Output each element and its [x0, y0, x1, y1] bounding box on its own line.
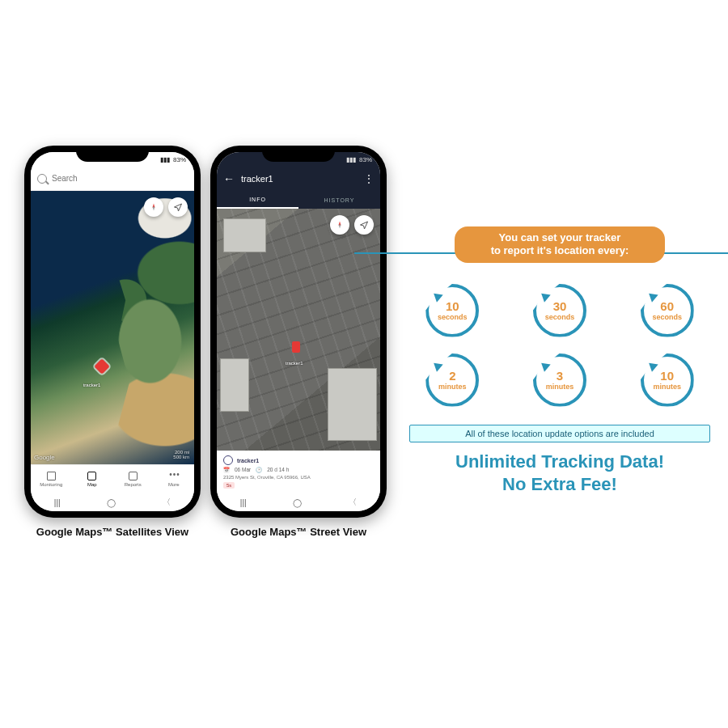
reports-icon [129, 472, 138, 480]
android-nav: ||| ◯ 〈 [31, 493, 194, 511]
tracker-name: tracker1 [237, 458, 259, 463]
interval-30s: 30seconds [533, 284, 586, 337]
vehicle-marker[interactable] [292, 341, 300, 353]
tracker-info-card: tracker1 📅06 Mar 🕑20 d 14 h 2325 Myers S… [217, 451, 380, 493]
phone-satellite-view: ▮▮▮ 83% [24, 146, 201, 538]
more-icon [169, 472, 178, 480]
recents-button[interactable]: ||| [54, 498, 61, 507]
back-arrow-icon[interactable]: ← [223, 172, 235, 185]
interval-info-panel: You can set your tracker to report it's … [387, 226, 728, 497]
nav-more[interactable]: More [154, 465, 195, 493]
map-attribution: Google [34, 454, 55, 461]
home-button[interactable]: ◯ [107, 498, 116, 507]
interval-banner: You can set your tracker to report it's … [455, 226, 665, 263]
locate-button[interactable] [354, 215, 374, 235]
aerial-map[interactable]: tracker1 [217, 209, 380, 451]
battery-text: 83% [359, 156, 372, 163]
locate-button[interactable] [168, 197, 188, 217]
interval-10m: 10minutes [641, 353, 694, 407]
clock-icon: 🕑 [256, 467, 262, 473]
satellite-map[interactable]: tracker1 Google 200 mi500 km [31, 191, 194, 464]
interval-badge: 5s [223, 482, 235, 489]
tab-history[interactable]: HISTORY [298, 191, 380, 209]
compass-button[interactable] [330, 215, 349, 235]
back-button[interactable]: 〈 [163, 497, 171, 508]
interval-options: 10seconds 30seconds 60seconds 2minutes 3… [409, 284, 710, 407]
nav-reports[interactable]: Reports [112, 465, 154, 493]
phone1-caption: Google Maps™ Satellites View [36, 526, 188, 538]
interval-60s: 60seconds [641, 284, 694, 337]
nav-monitoring[interactable]: Monitoring [31, 465, 72, 493]
tracker-pin[interactable] [94, 358, 110, 375]
tracker-tabs: INFO HISTORY [217, 191, 380, 209]
back-button[interactable]: 〈 [349, 497, 357, 508]
interval-2m: 2minutes [425, 353, 479, 407]
search-bar[interactable] [31, 167, 194, 191]
truck-icon [47, 472, 56, 480]
calendar-icon: 📅 [223, 467, 230, 473]
tracker-pin-label: tracker1 [83, 383, 101, 387]
product-image: ▮▮▮ 83% [0, 146, 728, 538]
bottom-nav: Monitoring Map Reports More [31, 464, 194, 493]
included-strip: All of these location update options are… [409, 425, 710, 442]
tracker-duration: 20 d 14 h [267, 467, 289, 473]
tab-info[interactable]: INFO [217, 191, 298, 209]
tracker-date: 06 Mar [235, 467, 251, 473]
phone-street-view: ▮▮▮ 83% ← tracker1 ⋮ INFO HISTORY [210, 146, 387, 538]
android-nav: ||| ◯ 〈 [217, 493, 380, 511]
interval-3m: 3minutes [533, 353, 586, 407]
tracker-title: tracker1 [241, 174, 358, 184]
tracker-address: 2325 Myers St, Oroville, CA 95966, USA [223, 475, 374, 480]
signal-icon: ▮▮▮ [346, 156, 356, 163]
signal-icon: ▮▮▮ [160, 156, 170, 163]
battery-text: 83% [173, 156, 186, 163]
phone2-caption: Google Maps™ Street View [231, 526, 366, 538]
overflow-icon[interactable]: ⋮ [364, 173, 374, 184]
compass-button[interactable] [144, 197, 163, 217]
vehicle-label: tracker1 [286, 361, 303, 366]
map-scale: 200 mi500 km [173, 450, 189, 459]
home-button[interactable]: ◯ [293, 498, 302, 507]
nav-map[interactable]: Map [72, 465, 113, 493]
interval-10s: 10seconds [425, 284, 479, 337]
search-icon [37, 174, 47, 184]
recents-button[interactable]: ||| [240, 498, 247, 507]
parking-icon [223, 455, 233, 465]
map-icon [87, 472, 96, 480]
tracker-header: ← tracker1 ⋮ [217, 167, 380, 191]
unlimited-data-text: Unlimited Tracking Data! No Extra Fee! [409, 451, 710, 497]
search-input[interactable] [52, 174, 188, 183]
